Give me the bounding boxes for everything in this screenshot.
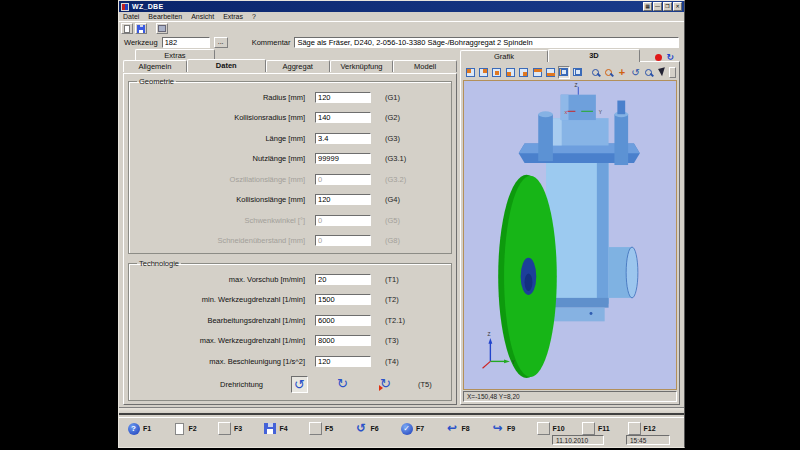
kommentar-input[interactable] [294, 37, 679, 48]
form-row: min. Werkzeugdrehzahl [1/min] (T2) [133, 290, 447, 311]
coordinate-status: X=-150,48 Y=8,20 [463, 391, 677, 402]
tab-allgemein[interactable]: Allgemein [123, 60, 187, 72]
schneidenueberstand-input [315, 235, 371, 246]
close-button[interactable]: ✕ [673, 2, 682, 11]
view-iso-icon[interactable] [464, 66, 476, 79]
drehrichtung-label: Drehrichtung [133, 380, 273, 389]
f8-button[interactable]: ↩ F8 [446, 422, 492, 435]
schwenkwinkel-label: Schwenkwinkel [°] [133, 216, 315, 225]
laenge-input[interactable] [315, 133, 371, 144]
view-free-icon[interactable] [571, 66, 583, 79]
f3-button[interactable]: F3 [218, 422, 264, 435]
view-top-icon[interactable] [531, 66, 543, 79]
properties-icon [158, 25, 166, 32]
kollisionslaenge-code: (G4) [385, 195, 400, 204]
beschleunigung-input[interactable] [315, 356, 371, 367]
schwenkwinkel-input [315, 215, 371, 226]
menu-bearbeiten[interactable]: Bearbeiten [148, 13, 182, 20]
menu-ansicht[interactable]: Ansicht [191, 13, 214, 20]
properties-button[interactable] [156, 23, 168, 34]
menu-datei[interactable]: Datei [123, 13, 139, 20]
confirm-icon: ✓ [401, 423, 413, 435]
kollisionsradius-input[interactable] [315, 112, 371, 123]
svg-text:X: X [565, 110, 568, 115]
menu-bar: Datei Bearbeiten Ansicht Extras ? [119, 12, 684, 22]
f5-button[interactable]: F5 [309, 422, 355, 435]
rotate-cw-alt-icon[interactable]: ↻ [377, 376, 394, 393]
maximize-button[interactable]: ❒ [663, 2, 672, 11]
record-dot-icon[interactable] [655, 54, 662, 61]
f7-button[interactable]: ✓ F7 [400, 422, 446, 435]
blank-icon [309, 422, 322, 435]
arrow-forward-icon: ↪ [492, 422, 502, 435]
select-icon[interactable] [656, 66, 668, 79]
browse-button[interactable]: ... [214, 37, 228, 48]
tab-daten[interactable]: Daten [187, 59, 266, 72]
nutzlaenge-input[interactable] [315, 153, 371, 164]
zoom-window-icon[interactable] [603, 66, 615, 79]
status-time: 15:45 [626, 435, 670, 445]
graphics-tab-row: Grafik 3D ↻ [460, 49, 680, 62]
minimize-button[interactable]: — [653, 2, 662, 11]
svg-text:Z: Z [487, 332, 490, 337]
oszillationslaenge-label: Oszillationslänge [mm] [133, 175, 315, 184]
f1-button[interactable]: ? F1 [127, 422, 173, 435]
laenge-label: Länge [mm] [133, 134, 315, 143]
f11-button[interactable]: F11 [582, 422, 628, 435]
tool-header-row: Werkzeug ... Kommentar [119, 35, 684, 49]
tab-verknuepfung[interactable]: Verknüpfung [330, 60, 394, 72]
view-left-icon[interactable] [504, 66, 516, 79]
zoom-in-icon[interactable] [589, 66, 601, 79]
system-icon-button[interactable]: ▦ [643, 2, 652, 11]
title-bar[interactable]: WZ_DBE ▦ — ❒ ✕ [119, 1, 684, 12]
f4-button[interactable]: F4 [264, 422, 310, 435]
f12-button[interactable]: F12 [628, 422, 674, 435]
max-drehzahl-input[interactable] [315, 335, 371, 346]
rotate-ccw-icon[interactable]: ↺ [291, 376, 308, 393]
min-drehzahl-input[interactable] [315, 294, 371, 305]
bearbeitungsdrehzahl-input[interactable] [315, 315, 371, 326]
technologie-group-title: Technologie [137, 259, 181, 268]
view-back-icon[interactable] [491, 66, 503, 79]
bottom-divider [119, 407, 684, 415]
f10-button[interactable]: F10 [537, 422, 583, 435]
radius-input[interactable] [315, 92, 371, 103]
main-area: Extras Allgemein Daten Aggregat Verknüpf… [119, 49, 684, 407]
pan-icon[interactable]: + [616, 66, 628, 79]
f6-button[interactable]: ↺ F6 [355, 422, 401, 435]
rotate-cw-icon[interactable]: ↻ [334, 376, 351, 393]
view-right-icon[interactable] [518, 66, 530, 79]
view-bottom-icon[interactable] [544, 66, 556, 79]
bearbeitungsdrehzahl-code: (T2.1) [385, 316, 405, 325]
status-date: 11.10.2010 [552, 435, 604, 445]
form-row: Nutzlänge [mm] (G3.1) [133, 149, 447, 170]
view-front-icon[interactable] [477, 66, 489, 79]
tab-aggregat[interactable]: Aggregat [266, 60, 330, 72]
f2-button[interactable]: F2 [173, 422, 219, 435]
menu-extras[interactable]: Extras [223, 13, 243, 20]
rotate-view-icon[interactable]: ↺ [629, 66, 641, 79]
blank-icon [628, 422, 641, 435]
tab-3d[interactable]: 3D [548, 49, 640, 62]
f9-button[interactable]: ↪ F9 [491, 422, 537, 435]
saw-blade [498, 175, 557, 378]
3d-viewport[interactable]: Z X Y [463, 80, 677, 390]
toolbar-overflow-button[interactable] [669, 67, 676, 78]
refresh-icon[interactable]: ↻ [666, 52, 674, 62]
kollisionslaenge-input[interactable] [315, 194, 371, 205]
zoom-dynamic-icon[interactable] [643, 66, 655, 79]
function-key-bar: ? F1 F2 F3 F4 F5 ↺ F6 ✓ F7 ↩ F8 [119, 417, 684, 447]
werkzeug-input[interactable] [162, 37, 210, 48]
undo-rotate-icon: ↺ [356, 422, 366, 435]
vorschub-code: (T1) [385, 275, 399, 284]
save-button[interactable] [135, 23, 147, 34]
tab-modell[interactable]: Modell [393, 60, 457, 72]
menu-help[interactable]: ? [252, 13, 256, 20]
oszillationslaenge-code: (G3.2) [385, 175, 406, 184]
view-window-icon[interactable] [558, 66, 570, 79]
kommentar-label: Kommentar [252, 38, 291, 47]
vorschub-input[interactable] [315, 274, 371, 285]
new-file-button[interactable] [121, 23, 133, 34]
drehrichtung-row: Drehrichtung ↺ ↻ ↻ (T5) [133, 372, 447, 398]
tab-grafik[interactable]: Grafik [460, 50, 548, 62]
